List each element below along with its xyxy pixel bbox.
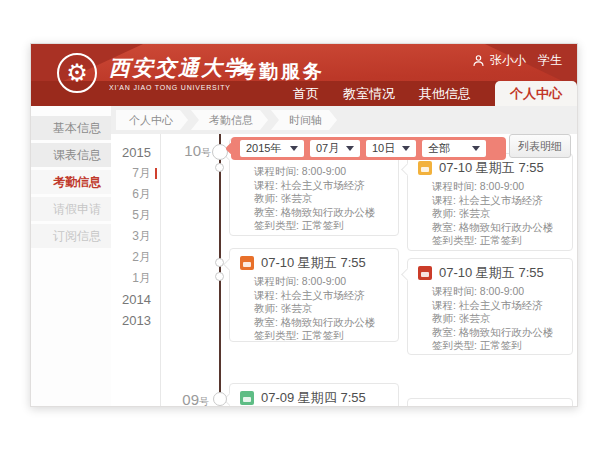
chevron-down-icon	[290, 146, 298, 151]
card-field: 签到类型: 正常签到	[254, 329, 388, 343]
sidebar-item-basic-info[interactable]: 基本信息	[31, 116, 111, 140]
breadcrumb: 个人中心 考勤信息 时间轴	[111, 106, 578, 134]
chevron-down-icon	[402, 146, 410, 151]
attendance-card[interactable]: 07-10 星期五 7:55 课程时间: 8:00-9:00 课程: 社会主义市…	[229, 248, 399, 342]
breadcrumb-attendance-info[interactable]: 考勤信息	[191, 110, 268, 130]
university-name: 西安交通大学 XI'AN JIAO TONG UNIVERSITY	[109, 54, 247, 91]
card-field: 课程时间: 8:00-9:00	[254, 165, 388, 179]
user-icon	[473, 55, 484, 67]
type-select[interactable]: 全部	[422, 140, 486, 157]
app-header: ⚙ 西安交通大学 XI'AN JIAO TONG UNIVERSITY 考勤服务…	[31, 44, 577, 106]
nav-item-home[interactable]: 首页	[293, 81, 319, 106]
sidebar-item-timetable-info[interactable]: 课表信息	[31, 143, 111, 167]
sidebar: 基本信息 课表信息 考勤信息 请假申请 订阅信息	[31, 106, 111, 406]
day-unit: 号	[199, 396, 209, 407]
breadcrumb-personal-center[interactable]: 个人中心	[116, 110, 188, 130]
timeline-nav-2015[interactable]: 2015	[111, 142, 160, 163]
card-field: 教室: 格物致知行政办公楼	[254, 206, 388, 220]
timeline-nav-july-label: 7月	[132, 166, 151, 180]
timeline-year-nav: 2015 7月 6月 5月 3月 2月 1月 2014 2013	[111, 134, 161, 406]
status-calendar-icon	[240, 391, 254, 405]
card-title: 07-10 星期五 7:55	[261, 254, 366, 272]
card-title: 07-10 星期五 7:55	[439, 159, 544, 177]
timeline-nav-may[interactable]: 5月	[111, 205, 160, 226]
month-select[interactable]: 07月	[310, 140, 360, 157]
timeline-day-09: 09号	[175, 391, 209, 407]
year-select-value: 2015年	[246, 141, 281, 156]
card-field: 课程时间: 8:00-9:00	[432, 180, 562, 194]
attendance-card[interactable]: 07-10 星期五 7:55 课程时间: 8:00-9:00 课程: 社会主义市…	[407, 153, 573, 251]
chevron-down-icon	[346, 146, 354, 151]
attendance-card[interactable]: 07-10 星期五 7:55 课程时间: 8:00-9:00 课程: 社会主义市…	[407, 258, 573, 355]
card-field: 教室: 格物致知行政办公楼	[432, 326, 562, 340]
filter-bar: 2015年 07月 10日 全部	[231, 137, 506, 160]
sidebar-item-leave-request[interactable]: 请假申请	[31, 197, 111, 221]
status-calendar-icon	[240, 256, 254, 270]
timeline-nav-february[interactable]: 2月	[111, 247, 160, 268]
day-number: 09	[182, 391, 199, 407]
card-field: 课程: 社会主义市场经济	[254, 289, 388, 303]
attendance-card[interactable]	[407, 398, 573, 407]
breadcrumb-timeline[interactable]: 时间轴	[271, 110, 337, 130]
university-name-en: XI'AN JIAO TONG UNIVERSITY	[109, 84, 247, 91]
day-select[interactable]: 10日	[366, 140, 416, 157]
nav-item-other-info[interactable]: 其他信息	[419, 81, 471, 106]
timeline-day-10: 10号	[177, 142, 211, 160]
timeline-node	[215, 258, 224, 267]
timeline-nav-2014[interactable]: 2014	[111, 289, 160, 310]
day-unit: 号	[201, 147, 211, 158]
type-select-value: 全部	[428, 141, 450, 156]
timeline-nav-january[interactable]: 1月	[111, 268, 160, 289]
year-select[interactable]: 2015年	[240, 140, 304, 157]
card-field: 教师: 张芸京	[254, 192, 388, 206]
day-select-value: 10日	[372, 141, 395, 156]
day-number: 10	[184, 142, 201, 159]
card-field: 教师: 张芸京	[254, 302, 388, 316]
status-calendar-icon	[418, 161, 432, 175]
chevron-down-icon	[472, 146, 480, 151]
card-field: 课程: 社会主义市场经济	[432, 299, 562, 313]
list-detail-button[interactable]: 列表明细	[509, 134, 571, 158]
timeline-node	[215, 163, 224, 172]
card-field: 课程: 社会主义市场经济	[432, 194, 562, 208]
sidebar-item-attendance-info[interactable]: 考勤信息	[31, 170, 111, 194]
user-name: 张小小	[490, 52, 526, 69]
timeline-nav-june[interactable]: 6月	[111, 184, 160, 205]
user-role: 学生	[538, 52, 562, 69]
card-field: 教室: 格物致知行政办公楼	[254, 316, 388, 330]
timeline-axis	[219, 134, 221, 400]
timeline-node	[213, 392, 227, 406]
sidebar-item-subscription-info[interactable]: 订阅信息	[31, 224, 111, 248]
month-select-value: 07月	[316, 141, 339, 156]
card-field: 教师: 张芸京	[432, 207, 562, 221]
timeline-nav-july[interactable]: 7月	[111, 163, 160, 184]
attendance-card[interactable]: 07-09 星期四 7:55	[229, 383, 399, 407]
card-title: 07-09 星期四 7:55	[261, 389, 366, 407]
user-menu[interactable]: 张小小 学生	[473, 52, 562, 69]
timeline-node	[215, 272, 224, 281]
status-calendar-icon	[418, 266, 432, 280]
card-field: 签到类型: 正常签到	[254, 219, 388, 233]
card-field: 签到类型: 正常签到	[432, 234, 562, 248]
timeline-nav-2013[interactable]: 2013	[111, 310, 160, 331]
card-field: 教师: 张芸京	[432, 312, 562, 326]
current-month-marker	[155, 168, 157, 179]
card-title: 07-10 星期五 7:55	[439, 264, 544, 282]
timeline-nav-march[interactable]: 3月	[111, 226, 160, 247]
card-field: 课程时间: 8:00-9:00	[432, 285, 562, 299]
page: ⚙ 西安交通大学 XI'AN JIAO TONG UNIVERSITY 考勤服务…	[0, 0, 600, 450]
nav-item-classrooms[interactable]: 教室情况	[343, 81, 395, 106]
card-field: 课程: 社会主义市场经济	[254, 179, 388, 193]
app-window: ⚙ 西安交通大学 XI'AN JIAO TONG UNIVERSITY 考勤服务…	[30, 43, 578, 407]
university-seal-icon: ⚙	[57, 53, 97, 93]
top-navigation: 首页 教室情况 其他信息 个人中心	[293, 81, 577, 106]
university-name-cn: 西安交通大学	[109, 54, 247, 82]
nav-item-personal-center[interactable]: 个人中心	[495, 81, 577, 106]
card-field: 课程时间: 8:00-9:00	[254, 275, 388, 289]
card-field: 签到类型: 正常签到	[432, 339, 562, 353]
card-field: 教室: 格物致知行政办公楼	[432, 221, 562, 235]
